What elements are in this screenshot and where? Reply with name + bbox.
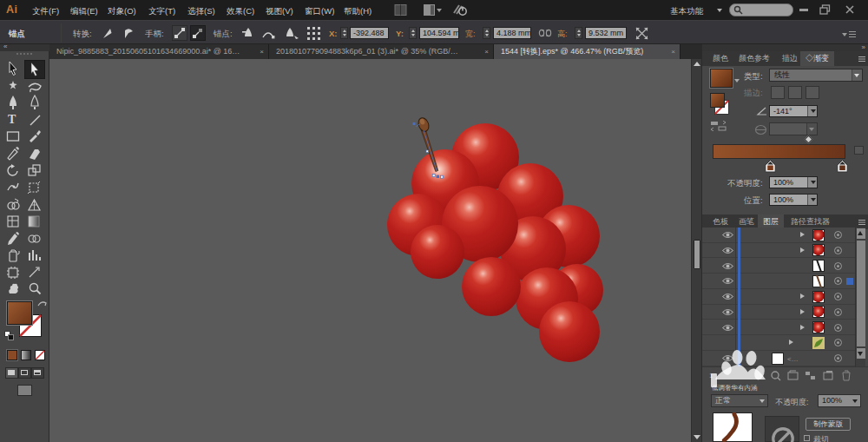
svg-text:低调奢华有内涵: 低调奢华有内涵	[712, 384, 758, 392]
